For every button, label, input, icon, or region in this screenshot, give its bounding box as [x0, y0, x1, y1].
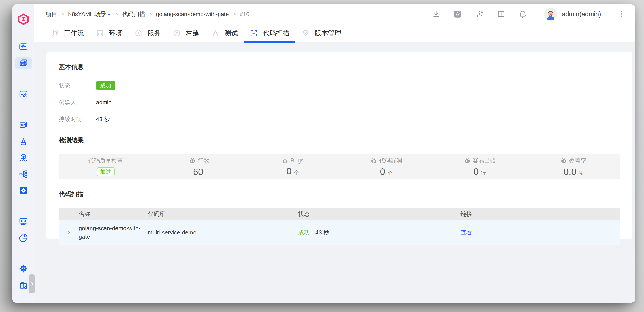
header-status: 状态: [298, 210, 460, 218]
tab-label: 服务: [148, 29, 161, 38]
sidebar-item-dashboard[interactable]: [15, 41, 32, 53]
book-icon: [497, 10, 506, 18]
table-row[interactable]: golang-scan-demo-with-gate multi-service…: [59, 220, 620, 245]
errors-label: 容易出错: [473, 157, 496, 164]
header-repo: 代码库: [148, 210, 298, 218]
quality-pass-badge: 通过: [97, 167, 114, 176]
workflow-icon: [51, 29, 59, 37]
sidebar-item-resources[interactable]: [15, 168, 32, 180]
sidebar-item-data-insight[interactable]: [15, 232, 32, 244]
version-gem-icon: [302, 29, 310, 37]
user-avatar[interactable]: [544, 8, 557, 20]
flask-icon: [18, 137, 28, 146]
bug-icon: [189, 157, 196, 164]
breadcrumb-projects[interactable]: 项目: [46, 10, 57, 18]
breadcrumb-separator: >: [233, 11, 236, 17]
stat-coverage: 覆盖率 0.0%: [526, 157, 620, 177]
notifications-button[interactable]: [518, 9, 528, 19]
tab-builds[interactable]: 构建: [167, 24, 205, 42]
breadcrumb-scan-name[interactable]: golang-scan-demo-with-gate: [156, 11, 229, 18]
user-name[interactable]: admin(admin): [562, 10, 601, 18]
tab-version-management[interactable]: 版本管理: [296, 24, 347, 42]
package-hands-icon: [18, 153, 28, 163]
sidebar-item-data-overview[interactable]: [15, 215, 32, 228]
row-status-text: 成功: [298, 229, 310, 236]
duration-row: 持续时间 43 秒: [59, 114, 620, 124]
sidebar-nav: PM: [15, 41, 32, 291]
sidebar-item-test-center[interactable]: [15, 135, 32, 148]
translate-icon: [453, 10, 462, 18]
sidebar-item-release-plan[interactable]: [15, 88, 32, 100]
tab-environments[interactable]: 环境: [90, 24, 128, 42]
bug-icon: [370, 157, 377, 164]
basic-info-rows: 状态 成功 创建人 admin 持续时间 43 秒: [59, 80, 620, 124]
content-area: 基本信息 状态 成功 创建人 admin 持续时间 43 秒 检测结果: [34, 43, 635, 303]
sidebar-item-projects[interactable]: PM: [15, 57, 32, 69]
scan-table: 名称 代码库 状态 链接 golang-scan-demo-with-gate …: [59, 208, 620, 245]
tab-tests[interactable]: 测试: [205, 24, 244, 42]
caret-down-icon[interactable]: [107, 13, 111, 16]
view-report-link[interactable]: 查看: [460, 229, 472, 236]
download-button[interactable]: [431, 9, 441, 19]
breadcrumb-project-name[interactable]: K8sYAML 场景: [68, 10, 111, 18]
tab-label: 测试: [224, 29, 238, 38]
tab-label: 工作流: [64, 29, 84, 38]
sidebar-item-delivery[interactable]: [15, 152, 32, 164]
errors-unit: 行: [481, 169, 486, 177]
quality-label: 代码质量检查: [88, 157, 123, 165]
breadcrumb-separator: >: [149, 11, 152, 17]
tab-code-scan[interactable]: 代码扫描: [244, 24, 296, 42]
topbar-right: admin(admin): [420, 8, 629, 20]
status-label: 状态: [59, 82, 96, 89]
creator-value: admin: [96, 99, 112, 106]
creator-label: 创建人: [59, 99, 96, 106]
sidebar-item-workflows[interactable]: [15, 119, 32, 131]
building-check-icon: [18, 280, 28, 290]
projects-pm-icon: PM: [18, 58, 28, 68]
bugs-label: Bugs: [290, 157, 304, 164]
cluster-dots-icon: [475, 10, 484, 18]
code-scan-icon: [250, 29, 258, 37]
coverage-unit: %: [578, 170, 583, 176]
bug-icon: [282, 157, 288, 164]
breadcrumb-separator: >: [61, 11, 64, 17]
coverage-value: 0.0: [564, 167, 576, 177]
zadig-logo-icon[interactable]: [18, 13, 30, 25]
sidebar-item-system-settings[interactable]: [15, 263, 32, 275]
settings-box-icon: [18, 186, 28, 195]
breadcrumb-code-scan[interactable]: 代码扫描: [122, 10, 145, 18]
table-header-row: 名称 代码库 状态 链接: [59, 208, 620, 220]
pie-chart-icon: [18, 233, 28, 243]
results-title: 检测结果: [59, 136, 620, 145]
service-hexagon-icon: [134, 29, 143, 37]
breadcrumb-task-id: #10: [240, 11, 249, 18]
row-repo-name: multi-service-demo: [148, 229, 298, 236]
breadcrumb: 项目 > K8sYAML 场景 > 代码扫描 > golang-scan-dem…: [46, 10, 252, 18]
duration-value: 43 秒: [96, 115, 110, 123]
cluster-status-button[interactable]: [474, 9, 484, 19]
bell-icon: [518, 10, 527, 18]
stat-bugs: Bugs 0个: [246, 157, 340, 176]
topbar: 项目 > K8sYAML 场景 > 代码扫描 > golang-scan-dem…: [34, 4, 635, 24]
download-icon: [432, 10, 440, 18]
tab-label: 代码扫描: [263, 29, 290, 38]
bug-icon: [560, 157, 567, 164]
env-browser-icon: [96, 29, 104, 37]
tab-workflows[interactable]: 工作流: [45, 24, 90, 42]
results-stats-bar: 代码质量检查 通过 行数 60 Bugs: [59, 154, 620, 179]
tab-label: 版本管理: [315, 29, 341, 38]
dashboard-pulse-icon: [18, 42, 28, 52]
vulns-value: 0: [380, 167, 385, 176]
stat-quality: 代码质量检查 通过: [59, 157, 152, 176]
bugs-unit: 个: [294, 169, 299, 176]
apps-stack-icon: [18, 120, 28, 130]
test-flask-icon: [211, 29, 220, 37]
more-options-button[interactable]: [616, 9, 627, 19]
language-button[interactable]: [453, 9, 463, 19]
row-expand-icon[interactable]: [66, 229, 72, 236]
sidebar-expand-handle[interactable]: [29, 275, 35, 294]
docs-button[interactable]: [496, 9, 506, 19]
tab-services[interactable]: 服务: [128, 24, 167, 42]
sidebar-item-templates[interactable]: [15, 184, 32, 197]
build-hexagon-icon: [173, 29, 181, 37]
